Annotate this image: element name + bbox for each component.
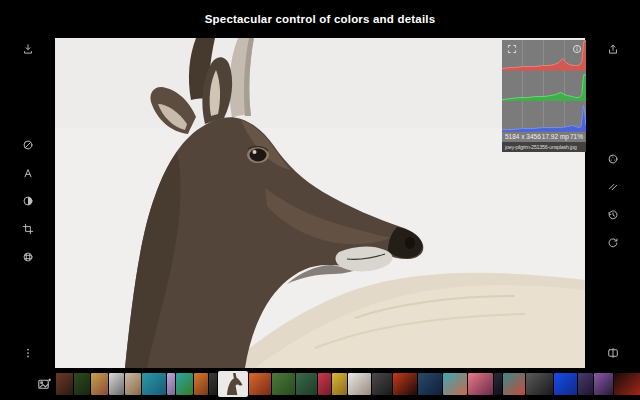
image-info-row: 5184 x 3456 17.92 mp 71%: [502, 132, 586, 142]
expand-icon[interactable]: [506, 43, 517, 54]
thumbnail-food-bowl[interactable]: [194, 373, 208, 395]
crop-icon[interactable]: [19, 220, 37, 238]
download-icon[interactable]: [19, 40, 37, 58]
overlay-mesh-icon[interactable]: [19, 248, 37, 266]
thumbnail-night-figure[interactable]: [494, 373, 502, 395]
reset-arrow-icon[interactable]: [604, 234, 622, 252]
thumbnail-strip: [56, 368, 640, 400]
right-toolbar: [585, 38, 640, 368]
tune-slashes-icon[interactable]: [604, 178, 622, 196]
thumbnail-ocean-teal[interactable]: [142, 373, 166, 395]
thumbnail-island-aerial[interactable]: [176, 373, 193, 395]
image-dimensions: 5184 x 3456: [505, 133, 541, 141]
thumbnail-deer-brown[interactable]: [56, 373, 73, 395]
more-vertical-icon[interactable]: [19, 344, 37, 362]
compare-icon[interactable]: [604, 344, 622, 362]
thumbnail-lavender[interactable]: [167, 373, 175, 395]
adjust-wheel-icon[interactable]: [604, 150, 622, 168]
thumbnail-green-field[interactable]: [272, 373, 295, 395]
thumbnail-pink-sunset[interactable]: [468, 373, 493, 395]
photo-editor-window: Spectacular control of colors and detail…: [0, 0, 640, 400]
thumbnail-forest-green[interactable]: [74, 373, 90, 395]
thumbnail-woman-room[interactable]: [348, 373, 371, 395]
thumbnail-purple-mountain[interactable]: [578, 373, 593, 395]
retouch-brush-icon[interactable]: [19, 192, 37, 210]
filter-circle-icon[interactable]: [19, 136, 37, 154]
histogram-green-channel: [502, 71, 586, 102]
titlebar: Spectacular control of colors and detail…: [0, 0, 640, 38]
thumbnail-misty-peak[interactable]: [526, 373, 553, 395]
thumbnail-jellyfish[interactable]: [554, 373, 577, 395]
text-tool-icon[interactable]: [19, 164, 37, 182]
thumbnail-sand-texture[interactable]: [125, 373, 141, 395]
info-circle-icon[interactable]: [571, 43, 582, 54]
image-filename: joey-pilgrim-251356-unsplash.jpg: [502, 142, 586, 152]
left-toolbar: [0, 38, 55, 368]
thumbnail-dark-portrait[interactable]: [209, 373, 217, 395]
thumbnail-dark-room[interactable]: [372, 373, 392, 395]
page-title: Spectacular control of colors and detail…: [205, 13, 436, 25]
histogram-blue-channel: [502, 101, 586, 132]
thumbnail-red-coral[interactable]: [318, 373, 331, 395]
thumbnail-dark-red-edge[interactable]: [614, 373, 640, 395]
thumbnail-purple-flowers[interactable]: [594, 373, 613, 395]
thumbnail-teal-street[interactable]: [443, 373, 467, 395]
thumbnail-elk-selected[interactable]: [218, 371, 248, 397]
image-megapixels: 17.92 mp: [542, 133, 569, 141]
history-clock-icon[interactable]: [604, 206, 622, 224]
thumbnail-river-aerial[interactable]: [296, 373, 317, 395]
thumbnail-autumn-yellow[interactable]: [332, 373, 347, 395]
thumbnail-headband-person[interactable]: [503, 373, 525, 395]
histogram-area: [502, 40, 586, 132]
thumbnail-building-yellow[interactable]: [91, 373, 108, 395]
thumbnail-person-white[interactable]: [109, 373, 124, 395]
thumbnail-blue-mountains[interactable]: [418, 373, 442, 395]
filmstrip: [0, 368, 640, 400]
thumbnail-red-sun[interactable]: [393, 373, 417, 395]
share-icon[interactable]: [604, 40, 622, 58]
import-photos-icon[interactable]: [34, 374, 54, 394]
thumbnail-autumn-orange[interactable]: [249, 373, 271, 395]
histogram-panel: 5184 x 3456 17.92 mp 71% joey-pilgrim-25…: [502, 40, 586, 152]
zoom-level: 71%: [570, 133, 583, 141]
